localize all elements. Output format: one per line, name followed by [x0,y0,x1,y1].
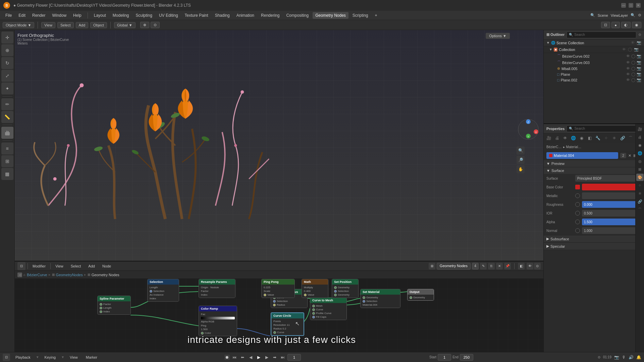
pvi-physics[interactable]: ⚛ [636,190,644,197]
tool-cursor[interactable]: ✛ [1,32,13,44]
breadcrumb-geo-nodes[interactable]: GeometryNodes [56,273,83,277]
shading-material-btn[interactable]: ◐ [621,22,631,28]
node-count-display[interactable]: 4 [472,263,479,269]
step-fwd-btn[interactable]: ➡ [271,354,278,361]
keying-btn[interactable]: Keying [42,355,59,360]
tool-move[interactable]: ⊕ [1,44,13,56]
node-pin-icon[interactable]: 📌 [504,263,511,269]
minimize-button[interactable]: — [621,3,626,8]
timeline-type-icon[interactable]: ⊡ [3,354,10,361]
prop-basecolor-value[interactable] [582,184,641,190]
current-frame-input[interactable]: 1 [287,354,301,361]
scene-collection-label[interactable]: Scene Collection [556,41,584,45]
mb005-render-icon[interactable]: 📷 [637,66,641,71]
viewport-options-button[interactable]: Options ▼ [486,33,510,39]
node-canvas[interactable]: Spline Parameter Factor Length Index Sel… [15,279,543,352]
tool-extra-1[interactable]: ≡ [1,142,13,155]
node-graph-icon[interactable]: ⊞ [429,263,435,269]
outliner-item-plane002[interactable]: □ Plane.002 👁 ◯ 📷 [544,77,644,83]
pvi-material[interactable]: 🎨 [636,174,644,181]
breadcrumb-curve[interactable]: BézierCurve [27,273,47,277]
mic-icon[interactable]: 🎙 [622,355,626,360]
outliner-item-beziercurve002[interactable]: ⌒ BézierCurve.002 👁 ◯ 📷 [544,53,644,59]
zoom-out-button[interactable]: 🔎 [517,156,525,164]
breadcrumb-geo-nodes-2[interactable]: Geometry Nodes [92,273,119,277]
plane002-vis-icon[interactable]: 👁 [626,78,630,82]
subsurface-section-header[interactable]: ▶ Subsurface [544,235,644,242]
node-color-ramp[interactable]: Color Ramp Fac Alpha RGB Ping 1.500 Colo… [199,306,237,336]
scene-render-icon[interactable]: 📷 [637,41,641,45]
node-side-toggle[interactable]: ◧ [518,263,525,269]
properties-search[interactable]: 🔍 Search [567,125,641,132]
workspace-texture-paint[interactable]: Texture Paint [182,12,211,19]
start-frame-input[interactable]: 1 [438,354,451,361]
outliner-item-beziercurve003[interactable]: ⌒ BézierCurve.003 👁 ◯ 📷 [544,59,644,66]
filter-icon[interactable]: ⚙ [638,13,641,17]
menu-file[interactable]: File [3,12,14,19]
step-back-btn[interactable]: ⬅ [239,354,246,361]
plane002-sel-icon[interactable]: ◯ [631,78,635,82]
pvi-constraints[interactable]: 🔗 [636,198,644,205]
jump-start-btn[interactable]: ⏮ [231,354,238,361]
keying-chevron[interactable]: ▼ [61,355,64,359]
node-editor-type-btn[interactable]: ⊡ [17,262,25,270]
surface-section-header[interactable]: ▼ Surface [544,167,644,174]
workspace-modeling[interactable]: Modeling [110,12,132,19]
end-frame-input[interactable]: 250 [460,354,473,361]
notification-icon[interactable]: 🔔 [636,355,641,360]
marker-btn[interactable]: Marker [83,355,100,360]
audio-icon[interactable]: 🔊 [629,355,634,360]
tool-extra-3[interactable]: ▦ [1,168,13,180]
menu-edit[interactable]: Edit [16,12,28,19]
play-btn[interactable]: ▶ [255,354,262,361]
prop-object-icon[interactable]: ◧ [586,134,593,142]
pvi-data[interactable]: ⌒ [636,206,644,213]
shading-wire-btn[interactable]: ⊡ [601,22,610,28]
prop-view-icon[interactable]: 👁 [561,134,569,142]
bc002-vis-icon[interactable]: 👁 [626,54,630,58]
node-overlay-btn[interactable]: 👁 [527,263,533,269]
jump-end-btn[interactable]: ⏭ [279,354,286,361]
prop-world-icon[interactable]: ◉ [578,134,585,142]
playback-chevron[interactable]: ▼ [36,355,39,359]
prop-surface-value[interactable]: Principled BSDF [575,175,641,182]
node-set-position[interactable]: Set Position Geometry Selection Geometry [332,279,359,298]
node-selection[interactable]: Selection Length Selection As Instance I… [147,279,179,302]
prop-metallic-value[interactable] [582,192,641,199]
tool-extra-2[interactable]: ⊞ [1,155,13,167]
mode-selector[interactable]: Object Mode ▼ [3,22,34,28]
zoom-in-button[interactable]: 🔍 [517,146,525,155]
bottom-view-btn[interactable]: View [67,355,80,360]
prop-roughness-value[interactable]: 0.000 [582,201,641,208]
pvi-output[interactable]: 🖨 [636,133,644,141]
prop-bc-2[interactable]: Material… [566,145,582,149]
close-button[interactable]: ✕ [636,3,641,8]
prev-keyframe-btn[interactable]: ◀ [247,354,254,361]
prop-render-icon[interactable]: 🎥 [545,134,552,142]
material-slot-num[interactable]: 2 [620,153,626,158]
prop-basecolor-swatch[interactable] [575,185,580,189]
workspace-layout[interactable]: Layout [91,12,109,19]
tool-transform[interactable]: ✦ [1,82,13,95]
bc002-render-icon[interactable]: 📷 [637,54,641,58]
tool-scale[interactable]: ⤢ [1,70,13,82]
outliner-filter-btn[interactable]: ⚙ [638,33,641,37]
material-slot-active[interactable]: Material.004 [546,152,618,159]
node-curve-to-mesh[interactable]: Curve to Mesh Mesh Curve Profile Curve F… [310,297,347,320]
node-view-btn[interactable]: View [53,263,66,269]
prop-constraints-icon[interactable]: 🔗 [619,134,626,142]
tool-annotate[interactable]: ✏ [1,98,13,110]
bc003-render-icon[interactable]: 📷 [637,60,641,65]
bc003-vis-icon[interactable]: 👁 [626,60,630,65]
record-btn[interactable]: ⏺ [224,355,230,360]
prop-physics-icon[interactable]: ⚛ [610,134,618,142]
viewport-add-menu[interactable]: Add [76,22,89,28]
prop-scene-icon[interactable]: 🌐 [570,134,577,142]
pvi-object[interactable]: ⊞ [636,166,644,173]
node-curve-circle[interactable]: Curve Circle Points Resolution 11 Radius… [271,312,304,336]
plane-render-icon[interactable]: 📷 [637,72,641,76]
node-output[interactable]: Output Geometry [407,289,434,301]
node-name-input[interactable]: Geometry Nodes [437,263,471,269]
pvi-view[interactable]: ◉ [636,141,644,149]
3d-viewport[interactable]: Front Orthographic (1) Scene Collection … [15,30,543,261]
